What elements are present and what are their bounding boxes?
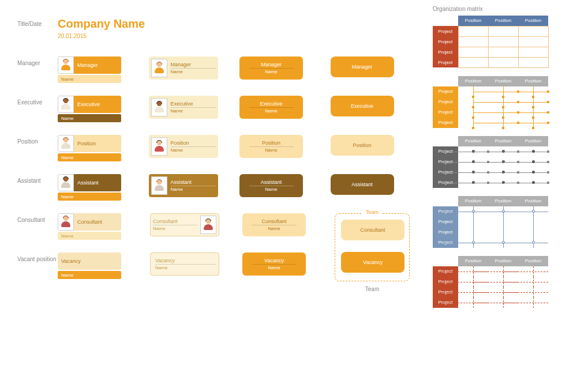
matrix-open-nodes[interactable]: PositionPositionPosition Project Project…: [433, 196, 571, 248]
consultant-card-light[interactable]: ConsultantName: [150, 213, 219, 236]
avatar-icon: [151, 59, 167, 77]
avatar-icon: [58, 56, 74, 74]
name-bar: Name: [58, 114, 121, 122]
matrix-arrows-nodes[interactable]: PositionPositionPosition Project Project…: [433, 136, 571, 188]
row-label-executive: Executive: [17, 96, 58, 105]
manager-card-simple[interactable]: Manager: [331, 56, 394, 77]
avatar-icon: [58, 174, 74, 191]
name-bar: Name: [58, 232, 121, 240]
matrix-position-header: Position: [458, 16, 488, 26]
row-label-manager: Manager: [17, 56, 58, 66]
name-bar: Name: [58, 75, 121, 83]
matrix-grid-basic[interactable]: PositionPositionPosition Project Project…: [433, 16, 571, 68]
manager-card-twoline[interactable]: ManagerName: [239, 56, 303, 80]
executive-card-simple[interactable]: Executive: [331, 96, 394, 116]
manager-card-light[interactable]: ManagerName: [149, 56, 218, 80]
row-label-vacancy: Vacant position: [17, 252, 58, 262]
avatar-icon: [200, 216, 216, 234]
matrix-project-row: Project: [433, 26, 458, 36]
name-bar: Name: [58, 153, 121, 161]
consultant-card-twoline[interactable]: ConsultantName: [242, 213, 306, 236]
assistant-card-photo-solid[interactable]: Assistant Name: [58, 174, 121, 201]
position-card-light[interactable]: PositionName: [149, 135, 218, 158]
company-date: 20.01.2015: [58, 33, 145, 39]
assistant-card-simple[interactable]: Assistant: [331, 174, 394, 195]
consultant-card-photo-solid[interactable]: Consultant Name: [58, 213, 121, 240]
name-bar: Name: [58, 271, 121, 279]
manager-card-photo-solid[interactable]: Manager Name: [58, 56, 121, 83]
team-label: Team: [362, 209, 382, 215]
position-card-photo-solid[interactable]: Position Name: [58, 135, 121, 161]
title-date-label: Title/Date: [17, 17, 58, 27]
vacancy-card-twoline[interactable]: VacancyName: [242, 252, 306, 276]
vacancy-card-light[interactable]: VacancyName: [150, 252, 219, 276]
row-label-assistant: Assistant: [17, 174, 58, 184]
consultant-card-simple[interactable]: Consultant: [341, 220, 404, 240]
avatar-icon: [58, 213, 74, 231]
assistant-card-twoline[interactable]: AssistantName: [239, 174, 303, 197]
team-group[interactable]: Team Consultant Vacancy: [335, 213, 410, 281]
executive-card-photo-solid[interactable]: Executive Name: [58, 96, 121, 122]
team-caption: Team: [335, 286, 410, 292]
matrix-arrows-orange[interactable]: PositionPositionPosition Project Project…: [433, 76, 571, 128]
avatar-icon: [151, 98, 167, 116]
avatar-icon: [58, 135, 74, 152]
avatar-icon: [58, 96, 74, 113]
avatar-icon: [151, 176, 167, 195]
avatar-icon: [151, 137, 167, 156]
position-card-simple[interactable]: Position: [331, 135, 394, 156]
executive-card-light[interactable]: ExecutiveName: [149, 96, 218, 119]
position-card-twoline[interactable]: PositionName: [239, 135, 303, 158]
matrix-title: Organization matrix: [433, 6, 571, 12]
matrix-dashed[interactable]: PositionPositionPosition Project Project…: [433, 256, 571, 308]
vacancy-card-simple[interactable]: Vacancy: [341, 252, 404, 273]
vacancy-card-solid[interactable]: Vacancy Name: [58, 252, 121, 279]
name-bar: Name: [58, 193, 121, 201]
company-name: Company Name: [58, 17, 145, 31]
executive-card-twoline[interactable]: ExecutiveName: [239, 96, 303, 119]
assistant-card-light[interactable]: AssistantName: [149, 174, 218, 197]
row-label-consultant: Consultant: [17, 213, 58, 223]
row-label-position: Position: [17, 135, 58, 145]
